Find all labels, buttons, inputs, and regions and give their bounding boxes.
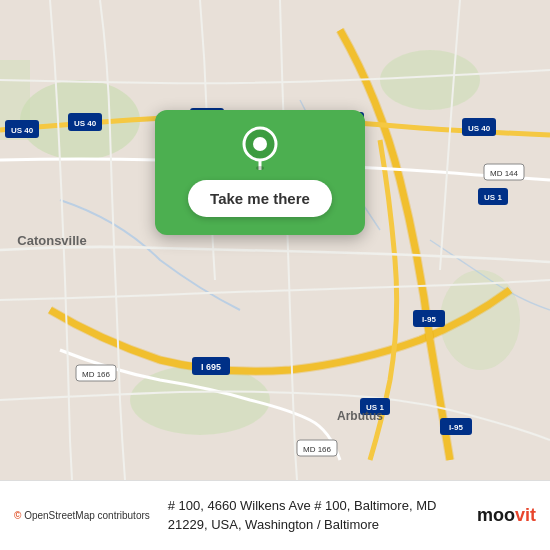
- svg-text:I-95: I-95: [422, 315, 436, 324]
- svg-text:I 695: I 695: [201, 362, 221, 372]
- osm-attribution: © OpenStreetMap contributors: [14, 510, 150, 521]
- map-svg: I 695 I-95 I-95 US 40 US 40 US 40 US 40 …: [0, 0, 550, 480]
- address-line2: 21229, USA, Washington / Baltimore: [168, 517, 379, 532]
- map-container: I 695 I-95 I-95 US 40 US 40 US 40 US 40 …: [0, 0, 550, 480]
- take-me-there-button[interactable]: Take me there: [188, 180, 332, 217]
- svg-point-36: [256, 166, 264, 170]
- info-bar: © OpenStreetMap contributors # 100, 4660…: [0, 480, 550, 550]
- svg-point-2: [380, 50, 480, 110]
- address-text: # 100, 4660 Wilkens Ave # 100, Baltimore…: [168, 497, 459, 533]
- location-panel: Take me there: [155, 110, 365, 235]
- moovit-brand-text: moovit: [477, 505, 536, 526]
- svg-text:MD 166: MD 166: [303, 445, 332, 454]
- svg-text:US 40: US 40: [74, 119, 97, 128]
- svg-text:US 40: US 40: [11, 126, 34, 135]
- svg-text:US 40: US 40: [468, 124, 491, 133]
- svg-text:MD 144: MD 144: [490, 169, 519, 178]
- svg-text:Catonsville: Catonsville: [17, 233, 86, 248]
- svg-text:US 1: US 1: [484, 193, 502, 202]
- svg-text:I-95: I-95: [449, 423, 463, 432]
- location-pin-icon: [238, 126, 282, 170]
- svg-text:MD 166: MD 166: [82, 370, 111, 379]
- moovit-logo: moovit: [477, 505, 536, 526]
- svg-text:Arbutus: Arbutus: [337, 409, 383, 423]
- address-line1: # 100, 4660 Wilkens Ave # 100, Baltimore…: [168, 498, 437, 513]
- svg-point-35: [253, 137, 267, 151]
